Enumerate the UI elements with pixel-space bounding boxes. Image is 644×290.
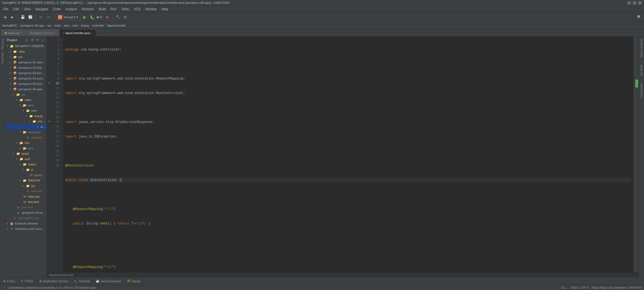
- tab-ajaxcontroller[interactable]: J AjaxController.java ×: [59, 29, 96, 36]
- undo-button[interactable]: ↩: [38, 14, 44, 20]
- tree-item-web[interactable]: ▾ 📁 web: [5, 156, 47, 162]
- tree-item-test[interactable]: ▾ 📂 test: [5, 140, 47, 146]
- tree-item-js-folder[interactable]: ▾ 📁 js: [5, 167, 47, 172]
- menu-view[interactable]: View: [21, 7, 33, 12]
- tab-index-jsp[interactable]: ◈ index.jsp ×: [1, 29, 25, 36]
- tree-item-webinf[interactable]: ▾ 📁 WEB-INF: [5, 178, 47, 183]
- sync-button[interactable]: 🔄: [27, 14, 34, 20]
- breadcrumb-java[interactable]: java: [64, 24, 69, 27]
- breadcrumb-controller[interactable]: controller: [92, 24, 104, 27]
- project-tree[interactable]: ▾ 📁 SpringMVC F:\班级管理... ▸ 📁 .idea ▸ 📁 o…: [5, 44, 47, 277]
- tree-item-target[interactable]: ▾ 📁 target: [5, 151, 47, 156]
- menu-refactor[interactable]: Refactor: [80, 7, 96, 12]
- tree-item-src[interactable]: ▾ 📂 src: [5, 92, 47, 97]
- tree-item-statics[interactable]: ▾ 📁 statics: [5, 162, 47, 167]
- maximize-button[interactable]: □: [633, 1, 636, 5]
- save-all-button[interactable]: 💾: [20, 14, 26, 20]
- window-controls[interactable]: ─ □ ✕: [627, 1, 642, 5]
- run-button[interactable]: ▶: [82, 14, 88, 20]
- bottom-tab-appservers[interactable]: 🖥 Application Servers: [36, 278, 71, 284]
- code-editor[interactable]: package com.kuang.controller; import org…: [63, 37, 633, 272]
- tree-item-jquery[interactable]: JS jquery-3.4.1.js: [5, 172, 47, 178]
- sidebar-expand-button[interactable]: ⊞: [30, 38, 34, 42]
- breadcrumb-main[interactable]: main: [54, 24, 61, 27]
- breadcrumb-kuang[interactable]: kuang: [81, 24, 89, 27]
- tree-item-sm03[interactable]: ▸ 📦 springmvc-03-annotation: [5, 70, 47, 76]
- menu-run[interactable]: Run: [109, 7, 119, 12]
- menu-code[interactable]: Code: [51, 7, 63, 12]
- menu-help[interactable]: Help: [159, 7, 170, 12]
- tree-item-pomxml[interactable]: m pom.xml: [5, 205, 47, 210]
- sidebar-settings-button[interactable]: ⚙: [35, 38, 40, 42]
- tree-item-indexjsp[interactable]: H index.jsp: [5, 194, 47, 199]
- breadcrumb-ajaxcontroller[interactable]: AjaxController: [107, 24, 126, 27]
- tree-item-root[interactable]: ▾ 📁 SpringMVC F:\班级管理...: [5, 44, 47, 49]
- bottom-tab-todo[interactable]: ✔ TODO: [18, 278, 36, 284]
- tree-item-sm01[interactable]: ▸ 📦 springmvc-01-servlet: [5, 60, 47, 65]
- back-button[interactable]: ◀: [2, 14, 8, 20]
- forward-button[interactable]: ▶: [9, 14, 16, 20]
- menu-tools[interactable]: Tools: [119, 7, 131, 12]
- menu-file[interactable]: File: [1, 7, 10, 12]
- gutter-line-9: [47, 75, 52, 80]
- tree-item-jsp-folder[interactable]: ▸ 📁 jsp: [5, 183, 47, 189]
- tree-item-java-test[interactable]: ▸ 📂 java: [5, 146, 47, 151]
- tab-index-jsp-close[interactable]: ×: [20, 31, 22, 34]
- debug-button[interactable]: 🐛: [89, 14, 96, 20]
- tree-item-sm04[interactable]: ▸ 📦 springmvc-04-controller: [5, 76, 47, 81]
- tree-item-controller[interactable]: ▾ 📁 controller: [5, 119, 47, 124]
- tree-item-resources[interactable]: ▾ 📂 resources: [5, 129, 47, 135]
- tree-item-kuang[interactable]: ▾ 📁 kuang: [5, 113, 47, 119]
- tree-item-webxml[interactable]: X web.xml: [5, 189, 47, 194]
- tree-item-testhtml[interactable]: H test.html: [5, 199, 47, 205]
- breadcrumb-com[interactable]: com: [72, 24, 78, 27]
- tree-item-sm06[interactable]: ▾ 📦 springmvc-06-ajax: [5, 86, 47, 92]
- tree-item-java-src[interactable]: ▾ 📂 java: [5, 103, 47, 108]
- tree-item-extlib[interactable]: ▸ 📚 External Libraries: [5, 221, 47, 226]
- menu-analyze[interactable]: Analyze: [63, 7, 79, 12]
- menu-build[interactable]: Build: [97, 7, 108, 12]
- tree-item-main[interactable]: ▾ 📂 main: [5, 97, 47, 103]
- tree-item-springmvcxml[interactable]: X SpringMVC.xml: [5, 215, 47, 221]
- build-button[interactable]: 🔨: [115, 14, 121, 20]
- tab-jquery[interactable]: JS jquery-3.4.1.js ×: [26, 29, 59, 36]
- close-button[interactable]: ✕: [638, 1, 642, 5]
- tree-item-idea[interactable]: ▸ 📁 .idea: [5, 49, 47, 54]
- structure-tab[interactable]: Structure: [1, 38, 5, 51]
- sdk-button[interactable]: ⚙: [122, 14, 129, 20]
- redo-button[interactable]: ↪: [45, 14, 52, 20]
- breadcrumb-src[interactable]: src: [47, 24, 52, 27]
- run-with-coverage-button[interactable]: ▶%: [97, 14, 103, 20]
- tomcat-config-button[interactable]: T Tomcat 9 ▾: [56, 14, 80, 21]
- menu-vcs[interactable]: VCS: [132, 7, 143, 12]
- tree-item-com[interactable]: ▾ 📁 com: [5, 108, 47, 113]
- favorites-tab[interactable]: Favorites: [1, 51, 5, 64]
- tree-item-sm05[interactable]: ▸ 📦 springmvc-05-json: [5, 81, 47, 86]
- tab-jquery-close[interactable]: ×: [54, 31, 55, 34]
- tree-item-ajaxcontroller[interactable]: J AjaxController: [5, 124, 47, 129]
- bottom-tab-javaee[interactable]: ☕ Java Enterprise: [93, 278, 124, 284]
- bottom-tab-run[interactable]: ▶ 4 Run: [1, 278, 18, 284]
- tree-item-out[interactable]: ▸ 📁 out: [5, 54, 47, 60]
- breadcrumb-springmvc[interactable]: SpringMVC: [2, 24, 17, 27]
- breadcrumb-module[interactable]: springmvc-06-ajax: [20, 24, 45, 27]
- search-everywhere-button[interactable]: 🔍: [636, 14, 642, 20]
- tree-item-appcontext[interactable]: X applicationContext.xml: [5, 135, 47, 140]
- stop-button[interactable]: ■: [104, 14, 111, 20]
- tree-item-iml[interactable]: ◈ springmvc-06-ajax.iml: [5, 210, 47, 215]
- menu-edit[interactable]: Edit: [11, 7, 21, 12]
- sidebar-close-button[interactable]: ×: [41, 38, 45, 42]
- menu-window[interactable]: Window: [143, 7, 159, 12]
- ant-build-tab[interactable]: Ant Build: [639, 64, 643, 77]
- bottom-tab-terminal[interactable]: >_ Terminal: [72, 278, 93, 284]
- menu-navigate[interactable]: Navigate: [33, 7, 50, 12]
- tree-item-sm02[interactable]: ▸ 📦 springmvc-02-hellomvc: [5, 65, 47, 70]
- ln-24: 24: [52, 139, 61, 144]
- minimize-button[interactable]: ─: [627, 1, 631, 5]
- bottom-tab-spring[interactable]: 🌿 Spring: [124, 278, 143, 284]
- tab-ajaxcontroller-close[interactable]: ×: [91, 31, 93, 34]
- maven-projects-tab[interactable]: Maven Projects: [639, 38, 643, 58]
- tree-item-scratches[interactable]: ▸ ✎ Scratches and Consoles: [5, 226, 47, 231]
- commander-tab[interactable]: Commander: [639, 82, 643, 99]
- sidebar-locate-button[interactable]: ◎: [25, 38, 29, 42]
